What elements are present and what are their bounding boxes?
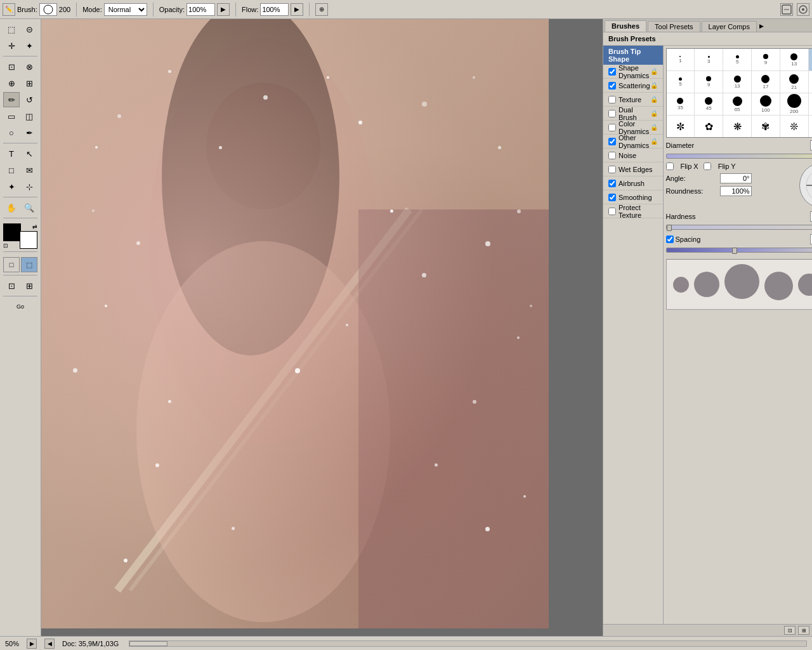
- brush-cell-21[interactable]: 21: [780, 71, 809, 93]
- option-row-noise[interactable]: Noise: [603, 149, 663, 162]
- scroll-track[interactable]: [129, 640, 807, 647]
- brush-special-3[interactable]: ❋: [723, 116, 752, 137]
- go-to-bridge-btn[interactable]: Go: [12, 299, 29, 314]
- resize-btn-1[interactable]: ⊡: [784, 626, 796, 635]
- shape-dynamics-cb[interactable]: [608, 68, 616, 76]
- brush-cell-27[interactable]: 27: [809, 71, 812, 93]
- brush-special-2[interactable]: ✿: [695, 116, 723, 137]
- color-dynamics-cb[interactable]: [608, 124, 616, 131]
- shape-tool[interactable]: □: [3, 162, 20, 178]
- opacity-input[interactable]: 100%: [187, 3, 215, 16]
- path-select-tool[interactable]: ↖: [21, 146, 37, 161]
- option-row-protect-texture[interactable]: Protect Texture: [603, 204, 663, 218]
- magic-wand-tool[interactable]: ✦: [21, 38, 37, 53]
- brush-cell-17[interactable]: 17: [752, 71, 780, 93]
- brush-special-4[interactable]: ✾: [752, 116, 780, 137]
- gradient-tool[interactable]: ◫: [21, 109, 37, 124]
- eraser-tool[interactable]: ▭: [3, 109, 20, 124]
- opacity-arrow[interactable]: ▶: [217, 3, 230, 16]
- brush-cell-35[interactable]: 35: [667, 93, 695, 115]
- brush-special-5[interactable]: ❊: [780, 116, 809, 137]
- hardness-slider[interactable]: [666, 225, 812, 230]
- move-tool[interactable]: ✛: [3, 38, 20, 53]
- brush-cell-5b[interactable]: 5: [667, 71, 695, 93]
- brush-cell-9b[interactable]: 9: [695, 71, 723, 93]
- history-brush-tool[interactable]: ↺: [21, 92, 37, 107]
- brush-cell-200[interactable]: 200: [780, 93, 809, 115]
- noise-cb[interactable]: [608, 152, 616, 159]
- brush-cell-13[interactable]: 13: [780, 49, 809, 70]
- healing-brush-tool[interactable]: ⊕: [3, 76, 20, 91]
- default-colors-icon[interactable]: ⊡: [3, 242, 8, 249]
- brush-cell-100[interactable]: 100: [752, 93, 780, 115]
- brush-cell-65[interactable]: 65: [723, 93, 752, 115]
- diameter-slider[interactable]: [666, 154, 812, 159]
- flow-arrow[interactable]: ▶: [291, 3, 303, 16]
- hand-tool[interactable]: ✋: [3, 200, 20, 215]
- tab-tool-presets[interactable]: Tool Presets: [648, 21, 700, 32]
- resize-btn-2[interactable]: ⊞: [798, 626, 809, 635]
- tab-layer-comps[interactable]: Layer Comps: [702, 21, 757, 32]
- airbrush-cb[interactable]: [608, 180, 616, 187]
- clone-source-btn[interactable]: [797, 3, 809, 16]
- pen-tool[interactable]: ✒: [21, 125, 37, 140]
- quick-mask-btn[interactable]: ⬚: [21, 257, 37, 272]
- marquee-tool[interactable]: ⬚: [3, 22, 20, 37]
- background-color[interactable]: [20, 231, 37, 249]
- eyedropper-tool[interactable]: ✦: [3, 179, 20, 194]
- option-row-shape-dynamics[interactable]: Shape Dynamics 🔒: [603, 65, 663, 79]
- switch-colors-icon[interactable]: ⇄: [32, 223, 37, 230]
- flip-y-cb[interactable]: [704, 162, 711, 170]
- panel-options-icon[interactable]: ▶: [759, 23, 764, 29]
- brush-tool[interactable]: ✏: [3, 92, 20, 107]
- brush-special-6[interactable]: ✻: [809, 116, 812, 137]
- brush-cell-5[interactable]: 5: [723, 49, 752, 70]
- brush-tip-shape-header[interactable]: Brush Tip Shape: [603, 46, 663, 65]
- texture-cb[interactable]: [608, 96, 616, 103]
- text-tool[interactable]: T: [3, 146, 20, 161]
- roundness-value[interactable]: 100%: [720, 186, 752, 196]
- tab-brushes[interactable]: Brushes: [605, 20, 646, 32]
- angle-wheel[interactable]: [799, 162, 812, 208]
- airbrush-toggle[interactable]: ⊕: [315, 3, 328, 16]
- brush-cell-13b[interactable]: 13: [723, 71, 752, 93]
- prev-btn[interactable]: ◀: [44, 639, 55, 649]
- slice-tool[interactable]: ⊗: [21, 59, 37, 74]
- angle-value[interactable]: 0°: [720, 173, 752, 183]
- scattering-cb[interactable]: [608, 82, 616, 90]
- other-dynamics-cb[interactable]: [608, 138, 616, 145]
- option-row-dual-brush[interactable]: Dual Brush 🔒: [603, 107, 663, 121]
- option-row-other-dynamics[interactable]: Other Dynamics 🔒: [603, 135, 663, 149]
- standard-screen-btn[interactable]: ⊡: [3, 278, 20, 293]
- spacing-slider-thumb[interactable]: [732, 248, 737, 254]
- fullscreen-btn[interactable]: ⊞: [21, 278, 37, 293]
- spacing-slider[interactable]: [666, 248, 812, 253]
- brush-cell-19[interactable]: 19: [809, 49, 812, 70]
- brush-cell-9[interactable]: 9: [752, 49, 780, 70]
- canvas-area[interactable]: [41, 19, 603, 636]
- flow-input[interactable]: 100%: [260, 3, 289, 16]
- foreground-color[interactable]: [3, 223, 21, 241]
- zoom-tool[interactable]: 🔍: [21, 200, 37, 215]
- brush-special-1[interactable]: ✼: [667, 116, 695, 137]
- mode-select[interactable]: Normal Dissolve Multiply Screen: [104, 3, 147, 16]
- lasso-tool[interactable]: ⊝: [21, 22, 37, 37]
- crop-tool[interactable]: ⊡: [3, 59, 20, 74]
- smoothing-cb[interactable]: [608, 194, 616, 201]
- option-row-airbrush[interactable]: Airbrush: [603, 176, 663, 190]
- flip-x-cb[interactable]: [666, 162, 674, 170]
- tablet-pressure-btn[interactable]: [780, 3, 793, 16]
- measure-tool[interactable]: ⊹: [21, 179, 37, 194]
- option-row-color-dynamics[interactable]: Color Dynamics 🔒: [603, 121, 663, 135]
- spacing-value[interactable]: 70%: [810, 234, 812, 244]
- brush-size-preview[interactable]: [39, 3, 57, 16]
- standard-mode-btn[interactable]: □: [3, 257, 20, 272]
- option-row-texture[interactable]: Texture 🔒: [603, 93, 663, 107]
- scroll-thumb[interactable]: [129, 641, 167, 646]
- dodge-tool[interactable]: ○: [3, 125, 20, 140]
- option-row-scattering[interactable]: Scattering 🔒: [603, 79, 663, 93]
- spacing-cb[interactable]: [666, 235, 674, 243]
- hardness-slider-thumb[interactable]: [667, 225, 672, 231]
- hardness-value[interactable]: 0%: [810, 211, 812, 222]
- brush-cell-45[interactable]: 45: [695, 93, 723, 115]
